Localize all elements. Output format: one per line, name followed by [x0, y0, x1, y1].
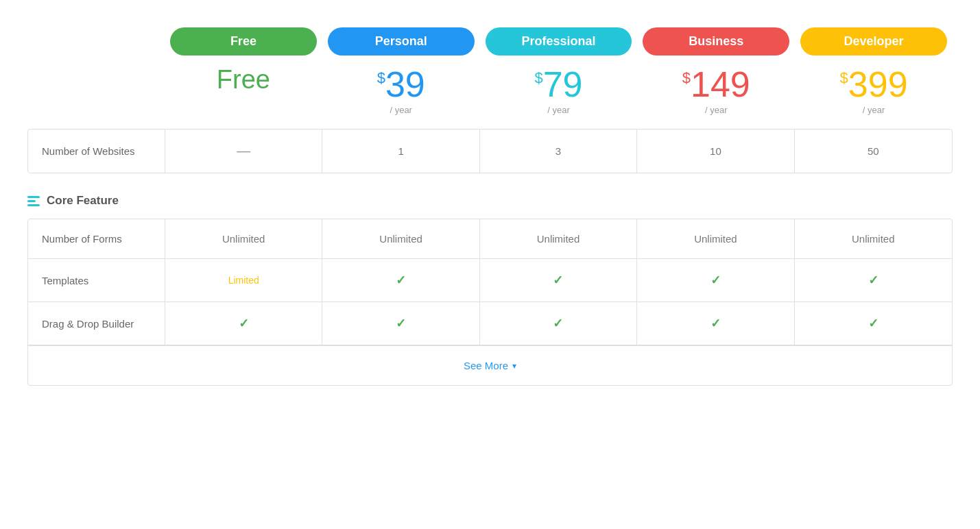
forms-row: Number of Forms Unlimited Unlimited Unli… — [28, 219, 952, 259]
forms-developer: Unlimited — [795, 219, 952, 258]
plan-badge-free[interactable]: Free — [170, 27, 317, 56]
websites-personal: 1 — [322, 130, 479, 173]
websites-section: Number of Websites — 1 3 10 50 — [27, 129, 953, 173]
check-icon: ✓ — [396, 273, 406, 288]
websites-developer: 50 — [795, 130, 952, 173]
pricing-container: Free Free Personal $ 39 / year Professio… — [27, 21, 953, 386]
websites-free: — — [165, 130, 322, 173]
plan-label-empty — [27, 21, 165, 122]
templates-developer: ✓ — [795, 259, 952, 302]
see-more-row[interactable]: See More ▾ — [28, 345, 952, 385]
limited-badge: Limited — [228, 275, 259, 286]
core-feature-title: Core Feature — [47, 194, 119, 208]
free-price-text: Free — [217, 66, 270, 93]
plan-price-personal: $ 39 / year — [377, 66, 425, 115]
plan-badge-personal[interactable]: Personal — [328, 27, 475, 56]
personal-amount: 39 — [385, 66, 425, 102]
check-icon: ✓ — [553, 273, 563, 288]
developer-dollar: $ — [840, 71, 848, 86]
dragdrop-row: Drag & Drop Builder ✓ ✓ ✓ ✓ ✓ — [28, 302, 952, 345]
forms-personal: Unlimited — [322, 219, 479, 258]
templates-row: Templates Limited ✓ ✓ ✓ ✓ — [28, 259, 952, 302]
professional-amount: 79 — [543, 66, 583, 102]
plan-price-business: $ 149 / year — [682, 66, 750, 115]
check-icon: ✓ — [710, 316, 721, 331]
see-more-link[interactable]: See More ▾ — [464, 360, 516, 371]
developer-period: / year — [863, 105, 885, 115]
business-dollar: $ — [682, 71, 691, 86]
see-more-label: See More — [464, 360, 508, 371]
personal-period: / year — [390, 105, 412, 115]
professional-dollar: $ — [534, 71, 542, 86]
templates-label: Templates — [28, 259, 165, 302]
personal-dollar: $ — [377, 71, 385, 86]
websites-row: Number of Websites — 1 3 10 50 — [28, 130, 952, 173]
core-feature-table: Number of Forms Unlimited Unlimited Unli… — [27, 219, 953, 386]
core-feature-header: Core Feature — [27, 194, 953, 208]
business-amount: 149 — [691, 66, 750, 102]
plan-badge-business[interactable]: Business — [643, 27, 789, 56]
dragdrop-business: ✓ — [637, 302, 794, 345]
websites-business: 10 — [637, 130, 794, 173]
check-icon: ✓ — [553, 316, 563, 331]
developer-amount: 399 — [848, 66, 908, 102]
plan-badge-professional[interactable]: Professional — [486, 27, 632, 56]
websites-label: Number of Websites — [28, 130, 165, 173]
business-period: / year — [705, 105, 728, 115]
templates-professional: ✓ — [480, 259, 637, 302]
list-icon-line-3 — [27, 204, 40, 206]
dragdrop-professional: ✓ — [480, 302, 637, 345]
plan-header-business: Business $ 149 / year — [637, 21, 795, 122]
plan-price-free: Free — [217, 66, 270, 93]
chevron-down-icon: ▾ — [512, 361, 516, 371]
professional-period: / year — [547, 105, 570, 115]
templates-business: ✓ — [637, 259, 794, 302]
plan-header-developer: Developer $ 399 / year — [795, 21, 953, 122]
templates-free: Limited — [165, 259, 322, 302]
plan-price-developer: $ 399 / year — [840, 66, 908, 115]
dragdrop-developer: ✓ — [795, 302, 952, 345]
dragdrop-personal: ✓ — [322, 302, 479, 345]
forms-business: Unlimited — [637, 219, 794, 258]
list-icon — [27, 196, 40, 206]
list-icon-line-2 — [27, 200, 36, 202]
forms-label: Number of Forms — [28, 219, 165, 258]
templates-personal: ✓ — [322, 259, 479, 302]
plan-header-personal: Personal $ 39 / year — [322, 21, 480, 122]
plan-badge-developer[interactable]: Developer — [800, 27, 947, 56]
plan-price-professional: $ 79 / year — [534, 66, 582, 115]
websites-professional: 3 — [480, 130, 637, 173]
check-icon: ✓ — [868, 316, 879, 331]
plan-header-row: Free Free Personal $ 39 / year Professio… — [27, 21, 953, 129]
forms-free: Unlimited — [165, 219, 322, 258]
check-icon: ✓ — [239, 316, 249, 331]
plan-header-professional: Professional $ 79 / year — [480, 21, 638, 122]
list-icon-line-1 — [27, 196, 40, 198]
plan-header-free: Free Free — [165, 21, 322, 122]
check-icon: ✓ — [396, 316, 406, 331]
check-icon: ✓ — [868, 273, 879, 288]
dragdrop-label: Drag & Drop Builder — [28, 302, 165, 345]
dragdrop-free: ✓ — [165, 302, 322, 345]
forms-professional: Unlimited — [480, 219, 637, 258]
check-icon: ✓ — [710, 273, 721, 288]
